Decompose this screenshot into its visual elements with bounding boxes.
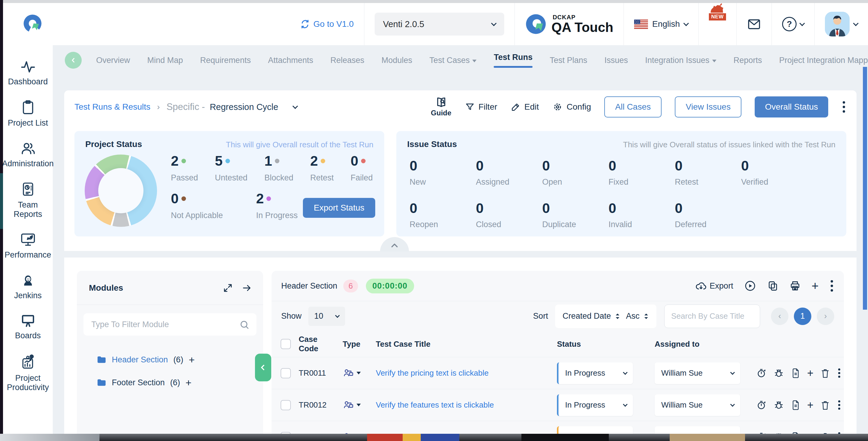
sort-field-select[interactable]: Created Date: [562, 312, 621, 321]
go-to-v1-link[interactable]: Go to V1.0: [290, 3, 364, 45]
expand-icon[interactable]: [223, 283, 233, 293]
case-assignee-select[interactable]: William Sue: [655, 363, 740, 384]
document-icon[interactable]: [791, 400, 801, 411]
status-dot: [181, 196, 186, 201]
row-checkbox[interactable]: [281, 368, 291, 378]
tab-project-integration-mapping[interactable]: Project Integration Mapping: [779, 56, 868, 65]
breadcrumb-separator: ›: [157, 102, 160, 112]
tab-overview[interactable]: Overview: [96, 56, 130, 65]
version-select[interactable]: Venti 2.0.5: [375, 13, 504, 36]
language-selector[interactable]: English: [624, 3, 698, 45]
tab-test-cases[interactable]: Test Cases: [430, 56, 477, 65]
tab-releases[interactable]: Releases: [330, 56, 364, 65]
trash-icon[interactable]: [820, 400, 830, 411]
all-cases-button[interactable]: All Cases: [604, 96, 661, 118]
document-icon[interactable]: [791, 368, 801, 379]
tab-reports[interactable]: Reports: [734, 56, 762, 65]
whats-new-button[interactable]: NEW: [699, 3, 736, 45]
case-title-link[interactable]: Verify the pricing text is clickable: [376, 369, 550, 378]
pagination: ‹ 1 ›: [771, 308, 834, 325]
page-next-button[interactable]: ›: [817, 308, 834, 325]
us-flag-icon: [634, 20, 648, 29]
sidebar-item-jenkins[interactable]: Jenkins: [3, 273, 53, 300]
cases-kebab-icon[interactable]: [830, 279, 834, 293]
profile-menu[interactable]: [815, 3, 861, 45]
project-tabs: Overview Mind Map Requirements Attachmen…: [53, 45, 868, 75]
tabs-prev-button[interactable]: [65, 52, 82, 69]
breadcrumb-test-runs-link[interactable]: Test Runs & Results: [74, 102, 150, 112]
brand-qatouch-label: QA Touch: [552, 21, 613, 34]
filter-button[interactable]: Filter: [465, 102, 497, 112]
sidebar-item-project-list[interactable]: Project List: [3, 100, 53, 128]
sidebar-item-performance[interactable]: Performance: [3, 232, 53, 260]
col-title: Test Case Title: [376, 340, 550, 349]
add-issue-icon[interactable]: +: [807, 400, 813, 411]
sort-direction-select[interactable]: Asc: [626, 312, 649, 321]
help-menu[interactable]: ?: [772, 3, 814, 45]
tab-modules[interactable]: Modules: [381, 56, 412, 65]
page-size-select[interactable]: 10: [308, 307, 345, 326]
select-all-checkbox[interactable]: [281, 339, 291, 349]
run-play-icon[interactable]: [744, 280, 756, 292]
row-kebab-icon[interactable]: [837, 399, 841, 411]
row-checkbox[interactable]: [281, 400, 291, 410]
module-filter-input[interactable]: [84, 313, 256, 336]
test-run-select-value[interactable]: Regression Cycle: [210, 102, 278, 112]
sidebar-item-project-productivity[interactable]: Project Productivity: [3, 354, 53, 392]
case-type-select[interactable]: [343, 400, 369, 410]
copy-icon[interactable]: [767, 280, 778, 292]
row-kebab-icon[interactable]: [837, 367, 841, 379]
case-title-link[interactable]: Verify the features text is clickable: [376, 400, 550, 410]
tab-issues[interactable]: Issues: [604, 56, 628, 65]
add-module-icon[interactable]: +: [186, 377, 192, 388]
page-number-current[interactable]: 1: [794, 308, 811, 325]
guide-button[interactable]: Guide: [431, 97, 452, 117]
case-title-search-input[interactable]: [664, 305, 760, 328]
sidebar-item-administration[interactable]: Administration: [3, 141, 53, 168]
tab-integration-issues[interactable]: Integration Issues: [645, 56, 716, 65]
add-issue-icon[interactable]: +: [807, 368, 813, 379]
bug-icon[interactable]: [773, 368, 784, 379]
print-icon[interactable]: [789, 280, 801, 292]
more-actions-kebab-icon[interactable]: [841, 100, 846, 114]
tab-attachments[interactable]: Attachments: [268, 56, 313, 65]
add-case-button[interactable]: +: [812, 280, 818, 292]
arrow-right-icon[interactable]: [241, 283, 252, 293]
version-select-value: Venti 2.0.5: [383, 19, 424, 29]
mail-button[interactable]: [737, 3, 772, 45]
export-status-button[interactable]: Export Status: [303, 198, 375, 218]
chevron-down-icon[interactable]: [292, 103, 298, 109]
page-prev-button[interactable]: ‹: [771, 308, 788, 325]
case-code: TR0011: [299, 369, 336, 378]
trash-icon[interactable]: [820, 368, 830, 379]
sidebar-item-boards[interactable]: Boards: [3, 314, 53, 340]
tab-test-runs[interactable]: Test Runs: [494, 53, 532, 68]
edit-button[interactable]: Edit: [510, 102, 539, 112]
col-case-code: Case Code: [299, 335, 336, 353]
bug-icon[interactable]: [773, 400, 784, 411]
cases-section-title: Header Section: [281, 281, 337, 291]
scrollbar-thumb[interactable]: [863, 67, 867, 310]
case-assignee-select[interactable]: William Sue: [655, 394, 740, 416]
collapse-modules-button[interactable]: [255, 354, 271, 381]
stopwatch-icon[interactable]: [756, 400, 767, 411]
add-module-icon[interactable]: +: [189, 354, 195, 365]
module-item-header-section[interactable]: Header Section (6) +: [77, 352, 263, 368]
tab-test-plans[interactable]: Test Plans: [550, 56, 587, 65]
config-button[interactable]: Config: [552, 101, 591, 113]
export-cases-button[interactable]: Export: [695, 281, 733, 291]
module-item-footer-section[interactable]: Footer Section (6) +: [77, 375, 263, 390]
qatouch-logo-icon[interactable]: [24, 14, 43, 34]
sidebar-item-team-reports[interactable]: Team Reports: [3, 182, 53, 219]
sidebar-item-dashboard[interactable]: Dashboard: [3, 60, 53, 87]
tab-mind-map[interactable]: Mind Map: [147, 56, 183, 65]
case-status-select[interactable]: In Progress: [557, 363, 633, 384]
case-type-select[interactable]: [343, 368, 369, 378]
issue-status-hint: This will give Overall status of issues …: [623, 140, 835, 149]
stopwatch-icon[interactable]: [756, 368, 767, 379]
refresh-icon: [300, 19, 310, 29]
case-status-select[interactable]: In Progress: [557, 394, 633, 416]
overall-status-button[interactable]: Overall Status: [755, 96, 828, 118]
tab-requirements[interactable]: Requirements: [200, 56, 251, 65]
view-issues-button[interactable]: View Issues: [675, 96, 741, 118]
